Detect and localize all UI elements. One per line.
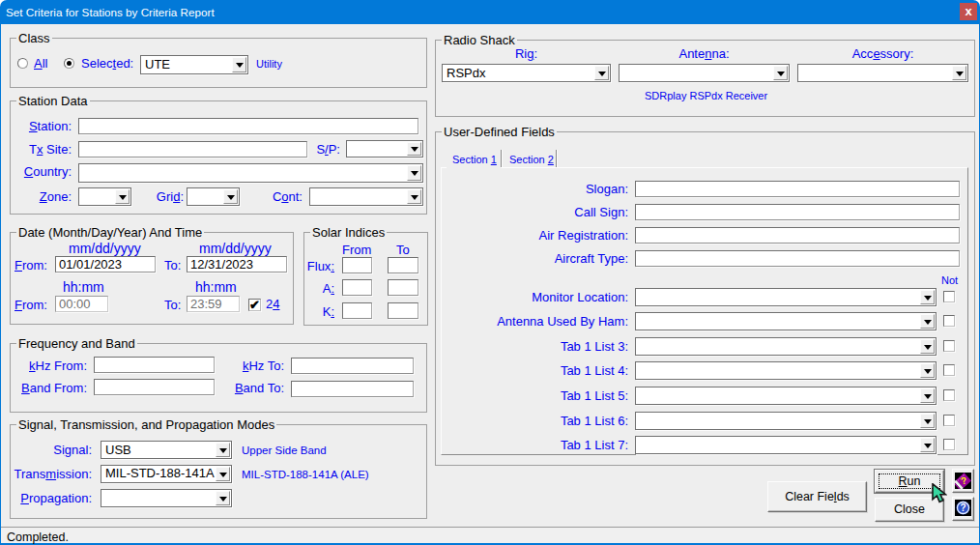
svg-text:?: ? — [960, 502, 966, 513]
